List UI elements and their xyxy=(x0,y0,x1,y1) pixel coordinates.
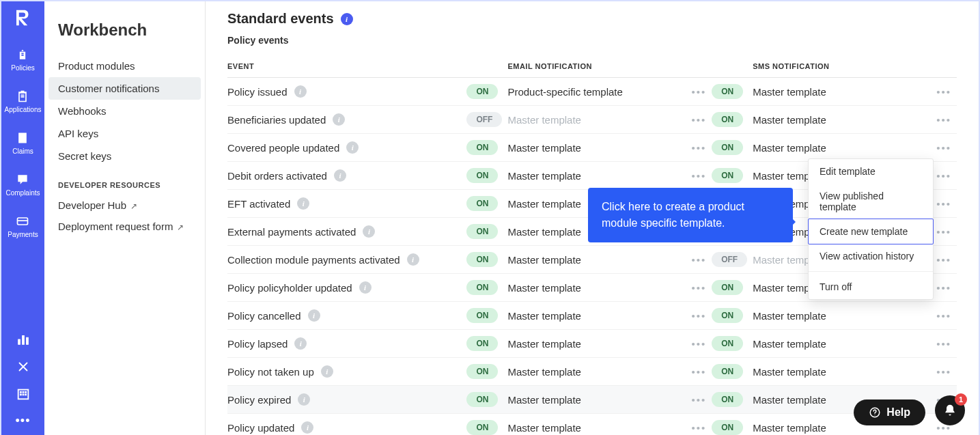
email-status-pill[interactable]: ON xyxy=(466,364,498,379)
email-status-pill[interactable]: ON xyxy=(466,140,498,155)
nav-claims[interactable]: Claims xyxy=(5,128,42,158)
info-icon[interactable]: i xyxy=(359,281,372,294)
email-status-pill[interactable]: ON xyxy=(466,196,498,211)
sidebar-item[interactable]: Secret keys xyxy=(44,145,205,167)
sms-template: Master template xyxy=(753,86,826,98)
event-name: Debit orders activated xyxy=(227,170,327,182)
row-sms-menu[interactable]: ••• xyxy=(915,302,957,330)
info-icon[interactable]: i xyxy=(297,197,309,210)
notifications-badge: 1 xyxy=(955,393,967,406)
row-email-menu[interactable]: ••• xyxy=(670,134,712,162)
sms-status-pill[interactable]: ON xyxy=(712,364,743,379)
email-template: Master template xyxy=(507,282,581,294)
event-name: Policy updated xyxy=(227,422,294,434)
nav-payments[interactable]: Payments xyxy=(5,212,42,241)
row-sms-menu[interactable]: ••• xyxy=(915,134,957,162)
sidebar-link[interactable]: Deployment request form↗ xyxy=(44,216,205,237)
sidebar-item[interactable]: Product modules xyxy=(44,55,205,77)
info-icon[interactable]: i xyxy=(334,169,346,182)
row-sms-menu[interactable]: ••• xyxy=(915,78,957,106)
nav-applications[interactable]: Applications xyxy=(5,87,42,116)
logo[interactable] xyxy=(12,7,34,29)
dropdown-item[interactable]: Edit template xyxy=(809,159,933,184)
email-status-pill[interactable]: ON xyxy=(466,392,498,407)
row-email-menu[interactable]: ••• xyxy=(670,162,712,190)
tools-icon[interactable] xyxy=(16,359,31,377)
email-status-pill[interactable]: ON xyxy=(466,420,498,435)
dropdown-item[interactable]: Create new template xyxy=(808,219,934,244)
sms-status-pill[interactable]: ON xyxy=(712,336,743,351)
sidebar-link[interactable]: Developer Hub↗ xyxy=(44,195,205,216)
sidebar-item[interactable]: Webhooks xyxy=(44,100,205,122)
sms-status-pill[interactable]: ON xyxy=(712,112,743,127)
sidebar: Workbench Product modulesCustomer notifi… xyxy=(44,1,206,435)
email-status-pill[interactable]: ON xyxy=(466,84,498,99)
nav-complaints[interactable]: Complaints xyxy=(5,170,42,199)
building-icon[interactable] xyxy=(16,387,31,404)
sms-status-pill[interactable]: ON xyxy=(712,280,743,295)
row-email-menu[interactable]: ••• xyxy=(670,302,712,330)
info-icon[interactable]: i xyxy=(363,225,375,238)
sms-status-pill[interactable]: ON xyxy=(712,168,743,183)
analytics-icon[interactable] xyxy=(16,332,31,350)
email-template: Master template xyxy=(507,254,581,266)
event-name: Policy issued xyxy=(227,86,288,98)
row-sms-menu[interactable]: ••• xyxy=(915,358,957,386)
nav-policies[interactable]: Policies xyxy=(5,45,42,74)
notifications-button[interactable]: 1 xyxy=(935,395,965,425)
info-icon[interactable]: i xyxy=(333,113,345,126)
info-icon[interactable]: i xyxy=(301,421,313,434)
row-email-menu[interactable]: ••• xyxy=(670,274,712,302)
row-email-menu[interactable]: ••• xyxy=(670,358,712,386)
dropdown-item[interactable]: Turn off xyxy=(809,275,933,299)
more-icon[interactable]: ••• xyxy=(16,414,31,428)
nav-label: Policies xyxy=(11,64,34,72)
sidebar-item[interactable]: API keys xyxy=(44,122,205,145)
email-status-pill[interactable]: ON xyxy=(466,168,498,183)
sms-status-pill[interactable]: ON xyxy=(712,308,743,323)
row-email-menu[interactable]: ••• xyxy=(670,106,712,134)
dropdown-item[interactable]: View published template xyxy=(809,184,933,219)
svg-rect-10 xyxy=(23,394,24,395)
nav-rail: PoliciesApplicationsClaimsComplaintsPaym… xyxy=(1,1,44,435)
email-status-pill[interactable]: ON xyxy=(466,280,498,295)
email-status-pill[interactable]: OFF xyxy=(466,112,502,127)
dropdown-item[interactable]: View activation history xyxy=(809,244,933,268)
info-icon[interactable]: i xyxy=(346,141,359,154)
sidebar-item[interactable]: Customer notifications xyxy=(48,77,201,100)
row-email-menu[interactable]: ••• xyxy=(670,246,712,274)
info-icon[interactable]: i xyxy=(294,337,307,350)
sms-status-pill[interactable]: ON xyxy=(712,420,743,435)
table-row: Beneficiaries updatediOFFMaster template… xyxy=(227,106,957,134)
svg-rect-1 xyxy=(18,220,28,221)
svg-rect-2 xyxy=(18,339,20,344)
info-icon[interactable]: i xyxy=(341,13,353,25)
sms-status-pill[interactable]: OFF xyxy=(712,252,747,267)
sms-status-pill[interactable]: ON xyxy=(712,392,743,407)
info-icon[interactable]: i xyxy=(298,393,310,406)
svg-rect-6 xyxy=(20,391,21,393)
row-sms-menu[interactable]: ••• xyxy=(915,330,957,358)
email-status-pill[interactable]: ON xyxy=(466,308,498,323)
row-email-menu[interactable]: ••• xyxy=(670,78,712,106)
info-icon[interactable]: i xyxy=(321,365,333,378)
row-email-menu[interactable]: ••• xyxy=(670,330,712,358)
sidebar-title: Workbench xyxy=(44,14,205,55)
svg-rect-4 xyxy=(26,337,28,344)
row-email-menu[interactable]: ••• xyxy=(670,386,712,414)
col-header-email: EMAIL NOTIFICATION xyxy=(507,55,669,78)
row-email-menu[interactable]: ••• xyxy=(670,414,712,436)
info-icon[interactable]: i xyxy=(308,309,320,322)
nav-label: Payments xyxy=(8,231,38,238)
sms-template: Master template xyxy=(753,422,826,434)
email-status-pill[interactable]: ON xyxy=(466,336,498,351)
row-sms-menu[interactable]: ••• xyxy=(915,106,957,134)
info-icon[interactable]: i xyxy=(407,253,419,266)
email-status-pill[interactable]: ON xyxy=(466,224,498,239)
help-button[interactable]: Help xyxy=(854,399,925,425)
sms-status-pill[interactable]: ON xyxy=(712,84,743,99)
email-status-pill[interactable]: ON xyxy=(466,252,498,267)
event-name: Policy cancelled xyxy=(227,310,301,322)
info-icon[interactable]: i xyxy=(294,85,307,98)
sms-status-pill[interactable]: ON xyxy=(712,140,743,155)
